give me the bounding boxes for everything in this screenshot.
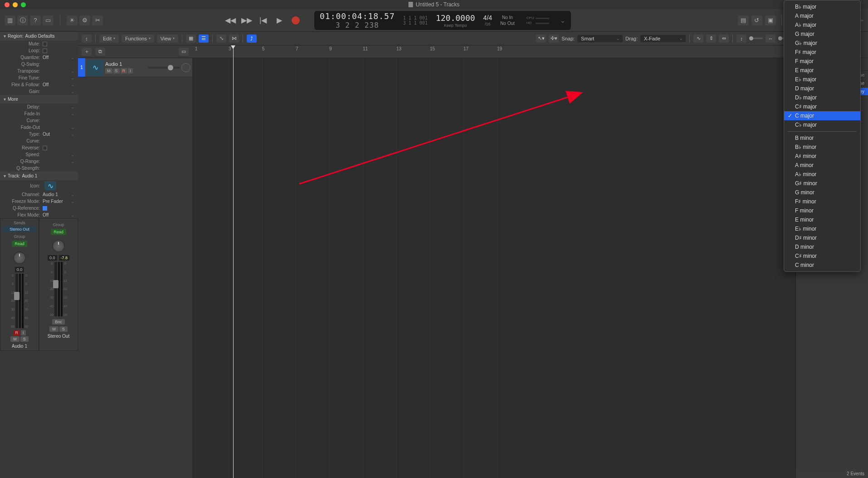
inspector-row[interactable]: Flex Mode:Off⌄ [0,212,78,218]
smart-controls-button[interactable]: ☀ [67,15,78,25]
duplicate-track-button[interactable]: ⧉ [95,48,105,56]
library-button[interactable]: ▥ [5,15,15,25]
track-icon[interactable]: ∿ [87,59,103,76]
inspector-row[interactable]: Channel:Audio 1⌄ [0,191,78,198]
bounce-button[interactable]: Bnc [52,319,65,325]
editors-button[interactable]: ✂ [92,15,103,25]
automation-mode[interactable]: Read [51,229,66,235]
inspector-row[interactable]: Q-Strength: [0,165,78,172]
key-signature-menu[interactable]: B♭ majorA majorA♭ majorG majorG♭ majorF♯… [784,0,861,272]
horizontal-zoom-icon[interactable]: ⇔ [719,34,729,43]
key-menu-item[interactable]: G major [784,30,860,39]
key-menu-item[interactable]: G minor [784,188,860,197]
channel-strip[interactable]: SendsStereo OutGroupRead0.00612203040600… [0,218,39,351]
output-slot[interactable]: Stereo Out [2,226,37,232]
ruler[interactable]: 135791113151719 [192,45,795,58]
key-menu-item[interactable]: F major [784,57,860,66]
i-button[interactable]: I [128,68,133,74]
inspector-row[interactable]: Reverse: [0,144,78,151]
list-view-icon[interactable]: ☰ [199,34,209,43]
notepad-button[interactable]: ▤ [738,15,749,25]
track-icon-preview[interactable]: ∿ [44,181,56,190]
inspector-button[interactable]: ⓘ [17,15,28,25]
s-button[interactable]: S [59,326,68,332]
link-icon[interactable]: ↕ [82,34,92,43]
region-section-header[interactable]: ▾ Region: Audio Defaults [0,32,78,40]
bars-top[interactable]: 1 1 1 001 [403,15,428,20]
inspector-row[interactable]: Type:Out⌄ [0,131,78,138]
key-menu-item[interactable]: E major [784,66,860,75]
checkbox[interactable] [43,49,47,53]
inspector-row[interactable]: Loop: [0,47,78,54]
media-button[interactable]: ▣ [765,15,776,25]
bars-bottom[interactable]: 3 1 1 001 [403,20,428,25]
go-to-start-button[interactable]: |◀ [257,15,269,26]
play-button[interactable]: ▶ [273,15,285,26]
key-menu-item[interactable]: A♭ minor [784,170,860,179]
forward-button[interactable]: ▶▶ [241,15,253,26]
lcd-display[interactable]: 01:00:04:18.57 3 2 2 238 1 1 1 001 3 1 1… [314,11,571,30]
minimize-button[interactable] [13,2,18,7]
key-menu-item[interactable]: E minor [784,215,860,224]
inspector-row[interactable]: Icon:∿ [0,180,78,191]
arrangement-area[interactable]: 135791113151719 [192,45,795,478]
pan-knob[interactable] [13,251,26,264]
s-button[interactable]: S [113,68,120,74]
no-in[interactable]: No In [500,15,515,20]
mixer-button[interactable]: ⚙ [79,15,90,25]
tempo-label[interactable]: Keep Tempo [436,23,475,28]
add-track-button[interactable]: ＋ [82,48,92,56]
key-menu-item[interactable]: C♯ minor [784,251,860,261]
inspector-row[interactable]: Fade-Out⌄ [0,124,78,131]
pan-knob[interactable] [52,240,65,252]
pointer-tool-icon[interactable]: ↖▾ [536,34,546,43]
key-menu-item[interactable]: F♯ major [784,48,860,57]
key-menu-item[interactable]: B♭ minor [784,143,860,152]
inspector-row[interactable]: Delay:⌄ [0,103,78,110]
inspector-row[interactable]: Flex & Follow:Off⌄ [0,81,78,88]
vertical-zoom-icon[interactable]: ⇕ [706,34,716,43]
fader[interactable] [15,274,18,328]
key-menu-item[interactable]: F♯ minor [784,197,860,206]
zoom-v-icon[interactable]: ↕ [736,34,746,43]
division[interactable]: /16 [483,22,492,26]
view-menu[interactable]: View▾ [157,34,179,43]
track-name[interactable]: Audio 1 [105,61,146,67]
m-button[interactable]: M [10,336,20,342]
key-menu-item[interactable]: F minor [784,206,860,215]
lcd-menu-chevron[interactable]: ⌄ [560,17,566,24]
s-button[interactable]: S [20,336,29,342]
key-menu-item[interactable]: E♭ minor [784,224,860,233]
track-section-header[interactable]: ▾ Track: Audio 1 [0,172,78,180]
inspector-row[interactable]: Freeze Mode:Pre Fader⌄ [0,198,78,205]
help-button[interactable]: ? [30,15,41,25]
track-number[interactable]: 1 [78,58,85,77]
no-out[interactable]: No Out [500,20,515,26]
inspector-row[interactable]: Curve: [0,117,78,124]
grid-view-icon[interactable]: ▦ [186,34,196,43]
key-menu-item[interactable]: B♭ major [784,2,860,11]
flex-icon[interactable]: ⋈ [229,34,239,43]
inspector-row[interactable]: Transpose:⌄ [0,68,78,74]
fader[interactable] [54,262,57,316]
zoom-h-icon[interactable]: ↔ [766,34,775,43]
smpte-small[interactable]: 3 2 2 238 [320,21,395,30]
inspector-row[interactable]: Fine Tune:⌄ [0,74,78,81]
automation-icon[interactable]: ⤡ [216,34,226,43]
channel-strip[interactable]: GroupRead0.0-7.8061220304060061220304060… [39,218,78,351]
m-button[interactable]: M [49,326,59,332]
tempo-value[interactable]: 120.0000 [436,13,475,23]
i-button[interactable]: I [21,330,26,335]
waveform-zoom-icon[interactable]: ∿ [693,34,703,43]
zoom-v-slider[interactable] [749,38,763,39]
playhead[interactable] [233,45,234,478]
more-section-header[interactable]: ▾ More [0,95,78,103]
time-signature[interactable]: 4/4 [483,14,492,21]
track-header[interactable]: 1 ∿ Audio 1 MSRI [78,58,192,77]
maximize-button[interactable] [21,2,26,7]
m-button[interactable]: M [105,68,112,74]
inspector-row[interactable]: Q-Swing: [0,61,78,68]
checkbox[interactable] [43,146,47,150]
key-menu-item[interactable]: D♭ major [784,93,860,102]
drag-value[interactable]: X-Fade [640,35,686,42]
